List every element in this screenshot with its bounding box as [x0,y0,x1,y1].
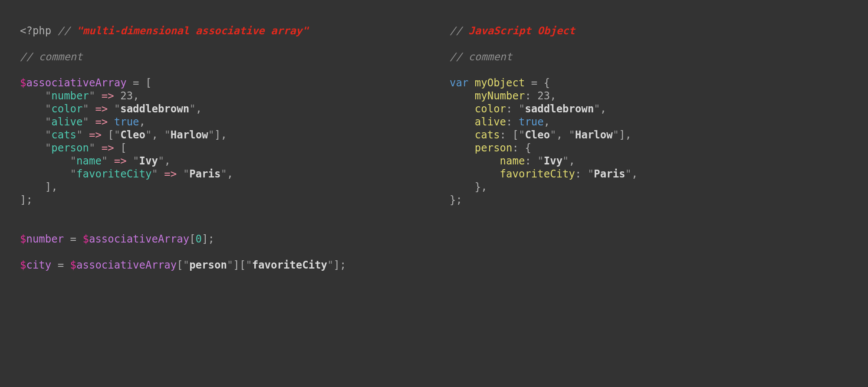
js-code-block: // JavaScript Object // comment var myOb… [450,24,848,363]
php-city-var: city [26,259,51,271]
js-comment: // [450,51,468,63]
php-comment: // [20,51,39,63]
js-title-comment: JavaScript Object [468,25,575,37]
php-array-var: associativeArray [26,77,126,89]
php-number-var: number [26,233,64,245]
code-comparison: <?php // "multi-dimensional associative … [0,0,868,387]
php-code-block: <?php // "multi-dimensional associative … [20,24,450,363]
php-title-comment: "multi-dimensional associative array" [76,25,309,37]
js-object-name: myObject [475,77,525,89]
php-open-tag: <?php [20,25,51,37]
